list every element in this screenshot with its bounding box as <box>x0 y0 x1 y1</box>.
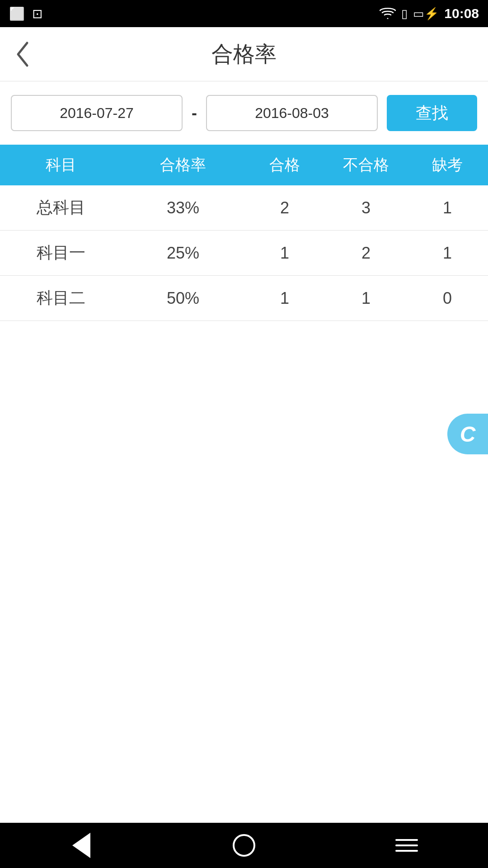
cell-absent: 1 <box>407 198 488 217</box>
cell-absent: 0 <box>407 289 488 308</box>
table-row: 科目一 25% 1 2 1 <box>0 231 488 276</box>
status-bar: ⬜ ⊡ ▯ ▭⚡ 10:08 <box>0 0 488 27</box>
page-header: 合格率 <box>0 27 488 81</box>
cell-subject: 总科目 <box>0 197 122 219</box>
page-title: 合格率 <box>211 40 277 69</box>
battery-icon: ▭⚡ <box>413 7 439 21</box>
status-bar-left: ⬜ ⊡ <box>9 6 42 21</box>
menu-nav-button[interactable] <box>389 827 425 863</box>
status-time: 10:08 <box>444 6 479 21</box>
cell-rate: 25% <box>122 244 244 263</box>
home-nav-button[interactable] <box>226 827 262 863</box>
scan-icon: ⊡ <box>32 6 42 21</box>
start-date-input[interactable]: 2016-07-27 <box>11 95 183 131</box>
cell-rate: 50% <box>122 289 244 308</box>
cell-subject: 科目二 <box>0 287 122 309</box>
wifi-icon <box>380 7 396 20</box>
header-fail: 不合格 <box>325 155 407 175</box>
header-pass: 合格 <box>244 155 325 175</box>
table-row: 科目二 50% 1 1 0 <box>0 276 488 321</box>
home-nav-icon <box>233 834 255 857</box>
menu-nav-icon <box>395 839 418 852</box>
main-content: 2016-07-27 - 2016-08-03 查找 科目 合格率 合格 不合格… <box>0 81 488 823</box>
table-row: 总科目 33% 2 3 1 <box>0 185 488 231</box>
back-nav-icon <box>72 833 90 858</box>
cell-fail: 1 <box>325 289 407 308</box>
back-nav-button[interactable] <box>63 827 99 863</box>
header-rate: 合格率 <box>122 155 244 175</box>
search-button[interactable]: 查找 <box>387 95 477 131</box>
header-subject: 科目 <box>0 155 122 175</box>
cell-subject: 科目一 <box>0 242 122 264</box>
data-table: 科目 合格率 合格 不合格 缺考 总科目 33% 2 3 1 科目一 25% 1… <box>0 145 488 823</box>
header-absent: 缺考 <box>407 155 488 175</box>
bottom-navigation <box>0 823 488 868</box>
cell-pass: 1 <box>244 289 325 308</box>
cell-fail: 3 <box>325 198 407 217</box>
end-date-input[interactable]: 2016-08-03 <box>206 95 378 131</box>
float-action-button[interactable]: C <box>447 414 488 454</box>
phone-icon: ▯ <box>401 7 408 21</box>
cell-rate: 33% <box>122 198 244 217</box>
date-separator: - <box>192 104 197 123</box>
filter-bar: 2016-07-27 - 2016-08-03 查找 <box>0 81 488 145</box>
cell-fail: 2 <box>325 244 407 263</box>
chat-icon: ⬜ <box>9 6 25 21</box>
table-header: 科目 合格率 合格 不合格 缺考 <box>0 145 488 185</box>
back-button[interactable] <box>14 41 32 68</box>
status-bar-right: ▯ ▭⚡ 10:08 <box>380 6 479 21</box>
float-button-label: C <box>460 422 476 447</box>
cell-pass: 2 <box>244 198 325 217</box>
cell-pass: 1 <box>244 244 325 263</box>
cell-absent: 1 <box>407 244 488 263</box>
